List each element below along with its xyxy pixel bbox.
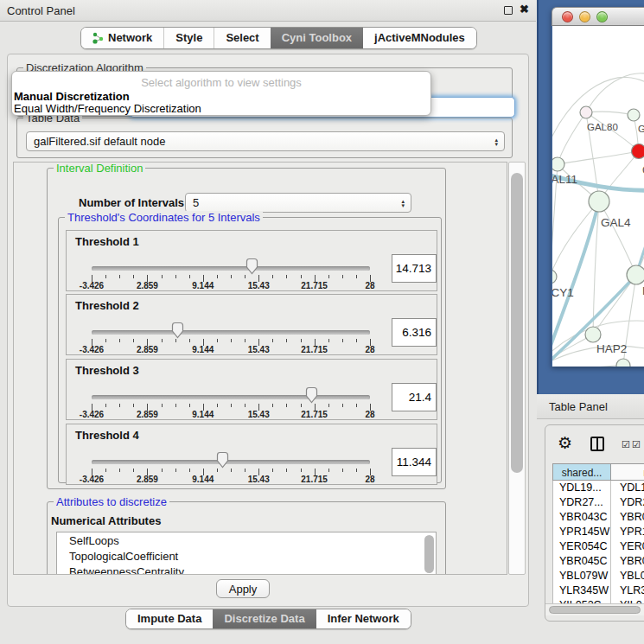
control-panel-titlebar: Control Panel ✖ xyxy=(0,0,536,22)
tab-infer-network[interactable]: Infer Network xyxy=(316,609,411,628)
threshold-2-panel: Threshold 2 -3.4262.8599.14415.4321.7152… xyxy=(66,294,437,355)
network-canvas[interactable]: GAL80GACGAL11GAL4GCY1HHAP2 xyxy=(552,26,644,367)
network-node-gal4[interactable] xyxy=(589,191,609,212)
table-row[interactable]: YER054CYER0... xyxy=(552,539,644,554)
tab-label: Impute Data xyxy=(137,609,201,628)
panel-scrollbar-track[interactable] xyxy=(508,162,526,575)
scale-label: 9.144 xyxy=(192,281,214,290)
table-row[interactable]: YPR145WYPR1... xyxy=(552,525,644,539)
minor-tick xyxy=(286,404,287,407)
slider-thumb[interactable] xyxy=(304,386,319,404)
network-node-gal11[interactable] xyxy=(552,157,564,171)
minor-tick xyxy=(105,339,106,342)
table-row[interactable]: YBL079WYBL0... xyxy=(552,569,644,583)
tab-discretize-data[interactable]: Discretize Data xyxy=(213,609,316,628)
split-columns-icon[interactable] xyxy=(590,437,604,451)
table-hscrollbar-track[interactable] xyxy=(545,603,644,615)
checkbox-icon[interactable]: ☑ xyxy=(632,439,641,450)
threshold-3-panel: Threshold 3 -3.4262.8599.14415.4321.7152… xyxy=(66,359,437,420)
float-window-icon[interactable] xyxy=(504,6,513,15)
cell-shared-name[interactable]: YDR27... xyxy=(552,495,611,510)
cell-name[interactable]: YBL0... xyxy=(611,569,644,583)
apply-button[interactable]: Apply xyxy=(216,579,270,598)
close-window-icon[interactable] xyxy=(562,11,573,22)
minor-tick xyxy=(356,404,357,407)
close-icon[interactable]: ✖ xyxy=(520,3,529,16)
threshold-3-slider[interactable] xyxy=(92,395,370,399)
minor-tick xyxy=(301,469,302,472)
minimize-window-icon[interactable] xyxy=(579,11,590,22)
tab-style[interactable]: Style xyxy=(163,28,214,48)
slider-thumb[interactable] xyxy=(170,322,185,339)
scale-label: 2.859 xyxy=(137,410,158,419)
tab-label: Network xyxy=(108,28,152,48)
threshold-2-slider[interactable] xyxy=(92,330,370,335)
attribute-list-item[interactable]: BetweennessCentrality xyxy=(57,564,436,575)
tab-jactivemnodules[interactable]: jActiveMNodules xyxy=(363,28,476,48)
slider-thumb[interactable] xyxy=(245,258,259,275)
network-node-selected-red[interactable] xyxy=(632,144,644,159)
minor-tick xyxy=(272,339,273,342)
threshold-1-value-field[interactable]: 14.713 xyxy=(392,254,437,283)
scale-label: 15.43 xyxy=(248,281,270,290)
table-row[interactable]: YBR043CYBR0... xyxy=(552,510,644,525)
slider-thumb[interactable] xyxy=(215,451,230,469)
network-node-gal80[interactable] xyxy=(580,106,592,118)
cell-shared-name[interactable]: YBL079W xyxy=(552,569,611,583)
network-view-frame: GAL80GACGAL11GAL4GCY1HHAP2 xyxy=(537,0,644,394)
zoom-window-icon[interactable] xyxy=(596,11,608,22)
network-node-top-right[interactable] xyxy=(628,109,640,121)
cell-name[interactable]: YBR0... xyxy=(611,510,644,525)
scale-label: 9.144 xyxy=(192,345,214,354)
panel-scrollbar-thumb[interactable] xyxy=(511,173,523,473)
threshold-4-value-field[interactable]: 11.344 xyxy=(392,448,437,476)
tab-select[interactable]: Select xyxy=(214,28,270,48)
number-of-intervals-combo[interactable]: 5 ▴▾ xyxy=(185,193,411,213)
cell-shared-name[interactable]: YER054C xyxy=(552,539,611,554)
threshold-3-value-field[interactable]: 21.4 xyxy=(392,383,437,411)
cell-shared-name[interactable]: YBR045C xyxy=(552,554,611,569)
table-data-combo[interactable]: galFiltered.sif default node ▴▾ xyxy=(26,131,505,151)
column-header-name[interactable]: n... xyxy=(611,463,644,481)
minor-tick xyxy=(231,469,232,472)
table-row[interactable]: YLR345WYLR3... xyxy=(552,583,644,598)
cell-shared-name[interactable]: YDL19... xyxy=(552,481,611,495)
network-node-gcy1[interactable] xyxy=(552,270,557,284)
dropdown-option-equal-width[interactable]: Equal Width/Frequency Discretization xyxy=(14,102,201,115)
cell-shared-name[interactable]: YLR345W xyxy=(552,583,611,598)
attribute-list-item[interactable]: SelfLoops xyxy=(57,532,436,548)
network-node-hap2[interactable] xyxy=(585,327,601,342)
cell-name[interactable]: YER0... xyxy=(611,539,644,554)
column-header-shared-name[interactable]: shared... xyxy=(552,463,611,481)
tab-cyni-toolbox[interactable]: Cyni Toolbox xyxy=(271,28,363,48)
numerical-attributes-list[interactable]: SelfLoopsTopologicalCoefficientBetweenne… xyxy=(56,532,437,575)
group-title: Attributes to discretize xyxy=(54,495,169,508)
table-row[interactable]: YDR27...YDR2... xyxy=(552,495,644,510)
list-scrollbar-thumb[interactable] xyxy=(424,535,434,573)
cell-name[interactable]: YDL1... xyxy=(611,481,644,495)
table-row[interactable]: YDL19...YDL1... xyxy=(552,481,644,495)
checkbox-icon[interactable]: ☑ xyxy=(622,439,630,450)
table-hscrollbar-thumb[interactable] xyxy=(549,606,641,614)
cell-name[interactable]: YBR0... xyxy=(611,554,644,569)
gear-icon[interactable]: ⚙ xyxy=(558,433,572,453)
cell-shared-name[interactable]: YBR043C xyxy=(552,510,611,525)
attribute-list-item[interactable]: TopologicalCoefficient xyxy=(57,548,436,564)
tab-network[interactable]: Network xyxy=(81,28,163,48)
network-node-right-mid[interactable] xyxy=(627,265,644,284)
network-node-bottom-partial[interactable] xyxy=(616,359,630,367)
threshold-1-slider[interactable] xyxy=(92,266,370,271)
cell-name[interactable]: YLR3... xyxy=(611,583,644,598)
node-label-gcy1: GCY1 xyxy=(552,286,574,299)
cell-name[interactable]: YDR2... xyxy=(611,495,644,510)
cell-shared-name[interactable]: YPR145W xyxy=(552,525,611,539)
table-body: YDL19...YDL1...YDR27...YDR2...YBR043CYBR… xyxy=(552,481,644,613)
minor-tick xyxy=(105,469,106,472)
threshold-2-value-field[interactable]: 6.316 xyxy=(392,318,437,347)
table-row[interactable]: YBR045CYBR0... xyxy=(552,554,644,569)
dropdown-hint: Select algorithm to view settings xyxy=(12,76,430,89)
dropdown-option-manual-discretization[interactable]: Manual Discretization xyxy=(14,90,130,103)
threshold-4-slider[interactable] xyxy=(92,460,370,464)
cell-name[interactable]: YPR1... xyxy=(611,525,644,539)
tab-impute-data[interactable]: Impute Data xyxy=(126,609,213,628)
